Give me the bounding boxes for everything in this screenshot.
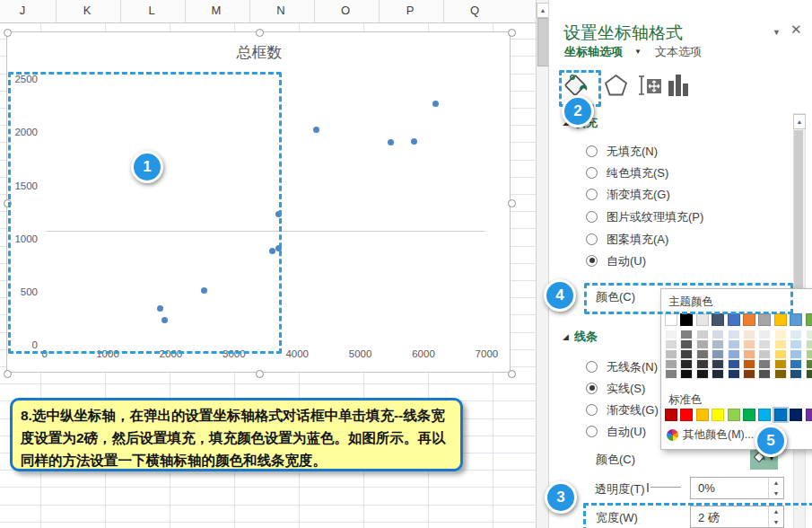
- chart-selection-handle[interactable]: [256, 370, 264, 378]
- theme-tint-swatch[interactable]: [806, 330, 812, 339]
- line-option-label[interactable]: 自动(U): [607, 424, 646, 440]
- fill-option-label[interactable]: 渐变填充(G): [607, 187, 670, 203]
- column-header-M[interactable]: M: [198, 4, 234, 17]
- standard-color-swatch[interactable]: [665, 409, 677, 421]
- line-radio[interactable]: [586, 383, 598, 394]
- theme-color-swatch[interactable]: [728, 313, 740, 326]
- standard-color-swatch[interactable]: [790, 409, 802, 421]
- standard-color-swatch[interactable]: [696, 409, 709, 421]
- theme-tint-swatch[interactable]: [696, 339, 709, 349]
- theme-tint-swatch[interactable]: [712, 369, 724, 379]
- theme-tint-swatch[interactable]: [790, 349, 802, 359]
- close-icon[interactable]: ✕: [790, 22, 802, 38]
- transparency-spinner[interactable]: ▲ ▼: [768, 478, 783, 498]
- theme-tint-swatch[interactable]: [790, 330, 802, 339]
- theme-tint-swatch[interactable]: [696, 349, 709, 359]
- theme-tint-swatch[interactable]: [712, 330, 724, 339]
- scatter-point[interactable]: [388, 139, 394, 145]
- theme-tint-swatch[interactable]: [774, 359, 787, 369]
- theme-tint-swatch[interactable]: [758, 339, 771, 349]
- theme-tint-swatch[interactable]: [696, 330, 709, 339]
- column-header-K[interactable]: K: [69, 4, 105, 17]
- theme-tint-swatch[interactable]: [790, 359, 802, 369]
- standard-color-swatch[interactable]: [743, 409, 755, 421]
- column-header-J[interactable]: J: [4, 4, 40, 17]
- fill-radio[interactable]: [586, 167, 598, 179]
- more-colors-item[interactable]: 其他颜色(M)...: [683, 427, 754, 443]
- scroll-up-icon[interactable]: ▲: [793, 114, 806, 129]
- theme-tint-swatch[interactable]: [758, 349, 771, 359]
- chart-selection-handle[interactable]: [508, 199, 516, 207]
- theme-tint-swatch[interactable]: [774, 369, 787, 379]
- transparency-input[interactable]: 0% ▲ ▼: [690, 477, 784, 499]
- standard-color-swatch[interactable]: [758, 409, 771, 421]
- scatter-point[interactable]: [313, 127, 319, 133]
- theme-tint-swatch[interactable]: [665, 339, 677, 349]
- theme-tint-swatch[interactable]: [743, 369, 755, 379]
- column-header-L[interactable]: L: [134, 4, 170, 17]
- theme-tint-swatch[interactable]: [680, 349, 693, 359]
- theme-tint-swatch[interactable]: [806, 349, 812, 359]
- column-header-Q[interactable]: Q: [457, 4, 493, 17]
- theme-tint-swatch[interactable]: [696, 369, 709, 379]
- line-radio[interactable]: [586, 404, 598, 416]
- theme-tint-swatch[interactable]: [712, 339, 724, 349]
- theme-tint-swatch[interactable]: [758, 369, 771, 379]
- theme-tint-swatch[interactable]: [743, 330, 755, 339]
- standard-color-swatch[interactable]: [728, 409, 740, 421]
- standard-color-swatch[interactable]: [774, 409, 787, 421]
- theme-tint-swatch[interactable]: [758, 359, 771, 369]
- transparency-slider-track[interactable]: [650, 487, 681, 488]
- theme-tint-swatch[interactable]: [696, 359, 709, 369]
- line-radio[interactable]: [586, 426, 598, 437]
- fill-radio[interactable]: [586, 255, 598, 267]
- theme-color-swatch[interactable]: [743, 313, 755, 326]
- column-header-N[interactable]: N: [263, 4, 299, 17]
- line-option-label[interactable]: 无线条(N): [607, 359, 658, 375]
- chart-selection-handle[interactable]: [508, 370, 516, 378]
- theme-color-swatch[interactable]: [696, 313, 709, 326]
- fill-option-label[interactable]: 图片或纹理填充(P): [607, 209, 703, 225]
- transparency-slider-handle[interactable]: [647, 483, 649, 492]
- fill-option-label[interactable]: 图案填充(A): [607, 232, 668, 248]
- theme-tint-swatch[interactable]: [680, 339, 693, 349]
- size-properties-icon[interactable]: [634, 72, 664, 99]
- theme-tint-swatch[interactable]: [743, 339, 755, 349]
- scatter-point[interactable]: [411, 138, 417, 145]
- theme-color-swatch[interactable]: [790, 313, 802, 326]
- fill-option-label[interactable]: 无填充(N): [607, 144, 658, 160]
- theme-tint-swatch[interactable]: [774, 339, 787, 349]
- column-header-O[interactable]: O: [327, 4, 363, 17]
- theme-tint-swatch[interactable]: [806, 339, 812, 349]
- theme-tint-swatch[interactable]: [790, 339, 802, 349]
- chevron-down-icon[interactable]: ▼: [773, 28, 781, 37]
- line-option-label[interactable]: 渐变线(G): [607, 402, 659, 418]
- pane-scrollbar-thumb[interactable]: [794, 130, 803, 296]
- axis-options-chart-icon[interactable]: [668, 74, 691, 98]
- theme-tint-swatch[interactable]: [728, 349, 740, 359]
- fill-radio[interactable]: [586, 233, 598, 245]
- theme-tint-swatch[interactable]: [712, 349, 724, 359]
- theme-tint-swatch[interactable]: [758, 330, 771, 339]
- theme-tint-swatch[interactable]: [728, 359, 740, 369]
- chevron-down-icon[interactable]: ▼: [634, 48, 642, 56]
- line-option-label[interactable]: 实线(S): [607, 381, 645, 397]
- theme-tint-swatch[interactable]: [790, 369, 802, 379]
- theme-tint-swatch[interactable]: [743, 359, 755, 369]
- line-radio[interactable]: [586, 361, 598, 373]
- fill-radio[interactable]: [586, 145, 598, 157]
- fill-option-label[interactable]: 纯色填充(S): [607, 165, 668, 181]
- chart-title[interactable]: 总框数: [7, 42, 511, 63]
- tab-text-options[interactable]: 文本选项: [655, 44, 702, 60]
- theme-tint-swatch[interactable]: [774, 349, 787, 359]
- fill-radio[interactable]: [586, 211, 598, 223]
- theme-tint-swatch[interactable]: [743, 349, 755, 359]
- theme-tint-swatch[interactable]: [680, 359, 693, 369]
- theme-tint-swatch[interactable]: [680, 330, 693, 339]
- theme-color-swatch[interactable]: [806, 313, 812, 326]
- column-header-P[interactable]: P: [392, 4, 428, 17]
- line-section-header[interactable]: 线条: [574, 329, 598, 345]
- fill-option-label[interactable]: 自动(U): [607, 253, 646, 269]
- chart-selection-handle[interactable]: [4, 370, 12, 378]
- theme-color-swatch[interactable]: [712, 313, 724, 326]
